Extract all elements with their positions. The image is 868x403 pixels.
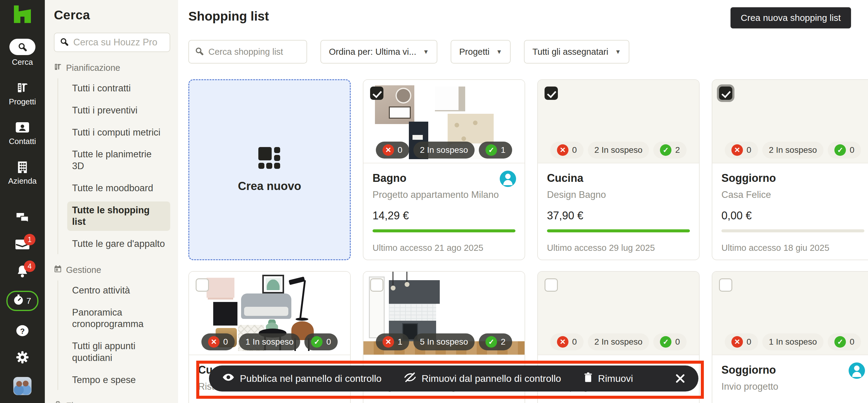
status-badges: ✕ 1 5 In sospeso ✓ 2: [364, 333, 525, 350]
sidebar-search-input[interactable]: [73, 37, 164, 48]
sidebar-item-gare[interactable]: Tutte le gare d'appalto: [67, 235, 170, 253]
progress-bar: [547, 229, 690, 232]
projects-dropdown[interactable]: Progetti ▼: [451, 40, 510, 64]
approved-badge: ✓ 0: [828, 142, 861, 159]
assignee-avatar-icon: [500, 171, 516, 187]
card-info: Cucina Design Bagno 37,90 € Ultimo acces…: [538, 163, 699, 260]
rejected-icon: ✕: [382, 144, 394, 156]
pending-badge: 5 In sospeso: [413, 333, 475, 350]
rejected-badge: ✕ 0: [376, 142, 409, 159]
rail-item-progetti[interactable]: Progetti: [9, 81, 36, 106]
card-checkbox[interactable]: [196, 278, 209, 292]
approved-badge: ✓ 2: [479, 333, 512, 350]
card-price: 14,29 €: [373, 209, 516, 222]
shopping-list-search-box[interactable]: [188, 40, 307, 64]
card-info: Bagno Progetto appartamento Milano 14,29…: [364, 163, 525, 260]
timer-button[interactable]: 7: [6, 291, 38, 311]
create-shopping-list-button[interactable]: Crea nuova shopping list: [731, 7, 851, 28]
assignees-dropdown[interactable]: Tutti gli assegnatari ▼: [524, 40, 629, 64]
publish-dashboard-button[interactable]: Pubblica nel pannello di controllo: [222, 373, 382, 384]
contacts-icon: [13, 121, 31, 134]
status-badges: ✕ 0 2 In sospeso ✓ 1: [364, 142, 525, 159]
card-price: 0,00 €: [721, 209, 864, 222]
sidebar-item-preventivi[interactable]: Tutti i preventivi: [67, 102, 170, 120]
approved-icon: ✓: [311, 336, 322, 348]
rail-item-azienda[interactable]: Azienda: [8, 160, 37, 186]
pending-badge: 2 In sospeso: [588, 142, 649, 159]
sidebar-item-computi[interactable]: Tutti i computi metrici: [67, 124, 170, 142]
card-price: 37,90 €: [547, 209, 690, 222]
settings-gear-icon[interactable]: [14, 350, 31, 364]
rejected-badge: ✕ 0: [202, 333, 235, 350]
chevron-down-icon: ▼: [615, 48, 621, 55]
last-access: Ultimo accesso 21 ago 2025: [373, 243, 484, 253]
sidebar-item-cronoprogramma[interactable]: Panoramica cronoprogramma: [67, 304, 170, 333]
approved-icon: ✓: [834, 144, 846, 156]
eye-icon: [222, 373, 235, 384]
shopping-list-card[interactable]: ✕ 0 2 In sospeso ✓ 0 Soggiorno Casa Feli…: [712, 79, 868, 260]
card-title: Soggiorno: [721, 172, 864, 185]
bell-icon[interactable]: 4: [14, 264, 31, 278]
shopping-list-card[interactable]: ✕ 0 2 In sospeso ✓ 2 Cucina Design Bagno…: [537, 79, 700, 260]
card-checkbox[interactable]: [719, 278, 732, 292]
rejected-badge: ✕ 0: [725, 142, 758, 159]
search-icon: [9, 39, 35, 55]
progress-bar: [721, 229, 864, 232]
planning-icon: [54, 63, 62, 73]
remove-button[interactable]: Rimuovi: [584, 372, 633, 385]
houzz-logo[interactable]: [14, 5, 31, 23]
timer-icon: [13, 294, 23, 307]
card-checkbox[interactable]: [545, 87, 558, 100]
finance-icon: [54, 401, 62, 403]
sidebar-search-box[interactable]: [54, 33, 170, 52]
sidebar-item-contratti[interactable]: Tutti i contratti: [67, 79, 170, 97]
sort-dropdown[interactable]: Ordina per: Ultima vi... ▼: [320, 40, 437, 64]
sidebar-item-centro-attivita[interactable]: Centro attività: [67, 282, 170, 300]
remove-dashboard-button[interactable]: Rimuovi dal pannello di controllo: [404, 372, 561, 384]
section-pianificazione: Pianificazione Tutti i contratti Tutti i…: [54, 63, 170, 254]
card-subtitle: Invio progetto: [721, 381, 864, 392]
card-checkbox[interactable]: [719, 87, 732, 100]
card-subtitle: Design Bagno: [547, 190, 690, 200]
section-label: Finanze: [66, 401, 97, 403]
shopping-list-card[interactable]: ✕ 0 1 In sospeso ✓ 0 Soggiorno Invio pro…: [712, 271, 868, 403]
mail-icon[interactable]: 1: [14, 237, 31, 251]
status-badges: ✕ 0 2 In sospeso ✓ 0: [538, 333, 699, 350]
sidebar-item-shopping-list[interactable]: Tutte le shopping list: [67, 201, 170, 231]
section-label: Pianificazione: [66, 63, 120, 73]
moodboard-grid-icon: [258, 147, 281, 169]
company-icon: [13, 160, 31, 174]
rejected-badge: ✕ 0: [550, 333, 584, 350]
sidebar-item-moodboard[interactable]: Tutte le moodboard: [67, 179, 170, 197]
pending-badge: 2 In sospeso: [413, 142, 475, 159]
search-icon: [195, 47, 204, 57]
rail-item-cerca[interactable]: Cerca: [9, 39, 35, 67]
create-new-label: Crea nuovo: [238, 180, 301, 193]
trash-icon: [584, 372, 593, 385]
rail-item-contatti[interactable]: Contatti: [9, 121, 36, 146]
rejected-icon: ✕: [208, 336, 220, 348]
chevron-down-icon: ▼: [423, 48, 429, 55]
pending-badge: 2 In sospeso: [762, 142, 824, 159]
calendar-icon: 31: [54, 265, 62, 275]
status-badges: ✕ 0 2 In sospeso ✓ 0: [712, 142, 868, 159]
shopping-list-card[interactable]: ✕ 0 2 In sospeso ✓ 1 Bagno Progetto appa…: [363, 79, 525, 260]
status-badges: ✕ 0 2 In sospeso ✓ 2: [538, 142, 699, 159]
chat-icon[interactable]: [14, 211, 31, 225]
sidebar-item-planimetrie[interactable]: Tutte le planimetrie 3D: [67, 145, 170, 175]
card-checkbox[interactable]: [545, 278, 558, 292]
help-icon[interactable]: ?: [14, 324, 31, 338]
shopping-list-search-input[interactable]: [208, 47, 301, 57]
card-checkbox[interactable]: [370, 278, 383, 292]
filters-bar: Ordina per: Ultima vi... ▼ Progetti ▼ Tu…: [188, 40, 868, 64]
sidebar-item-appunti[interactable]: Tutti gli appunti quotidiani: [67, 337, 170, 367]
search-sidebar: Cerca Pianificazione Tutti i contratti T…: [45, 0, 178, 403]
card-checkbox[interactable]: [370, 87, 383, 100]
close-icon[interactable]: [675, 374, 685, 383]
create-new-card[interactable]: Crea nuovo: [188, 79, 351, 260]
user-avatar[interactable]: [13, 377, 31, 395]
projects-icon: [13, 81, 31, 95]
eye-off-icon: [404, 372, 416, 384]
sidebar-item-tempo-spese[interactable]: Tempo e spese: [67, 371, 170, 389]
chevron-down-icon: ▼: [496, 48, 502, 55]
